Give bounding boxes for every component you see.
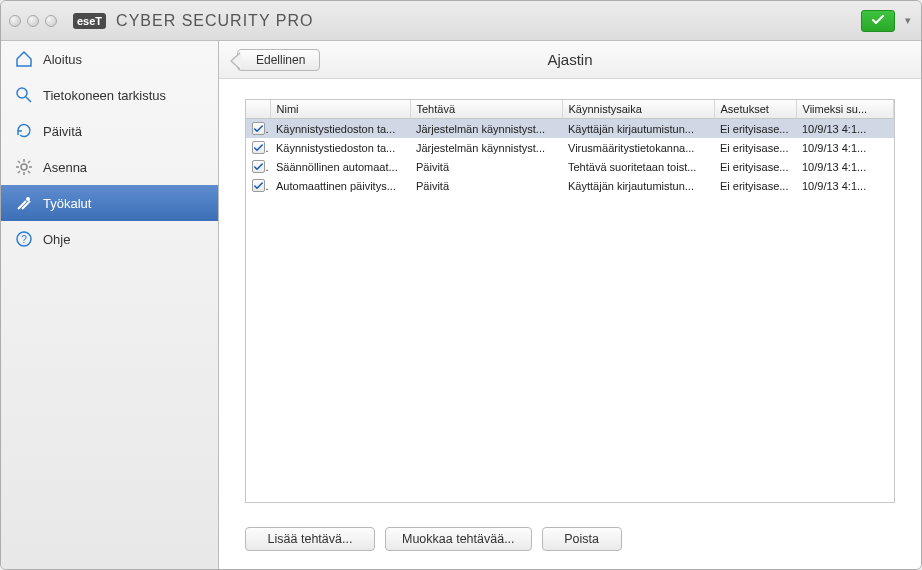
- cell-asetukset: Ei erityisase...: [714, 157, 796, 176]
- cell-kaynnistysaika: Käyttäjän kirjautumistun...: [562, 176, 714, 195]
- back-button[interactable]: Edellinen: [237, 49, 320, 71]
- table-row[interactable]: Käynnistystiedoston ta...Järjestelmän kä…: [246, 119, 894, 139]
- cell-viimeksi: 10/9/13 4:1...: [796, 176, 894, 195]
- add-task-button[interactable]: Lisää tehtävä...: [245, 527, 375, 551]
- chevron-down-icon: ▾: [905, 14, 911, 26]
- close-window-button[interactable]: [9, 15, 21, 27]
- brand: eseT CYBER SECURITY PRO: [73, 12, 313, 30]
- table-row[interactable]: Säännöllinen automaat...PäivitäTehtävä s…: [246, 157, 894, 176]
- svg-text:?: ?: [21, 234, 27, 245]
- row-checkbox[interactable]: [252, 141, 265, 154]
- cell-tehtava: Päivitä: [410, 157, 562, 176]
- cell-tehtava: Päivitä: [410, 176, 562, 195]
- cell-asetukset: Ei erityisase...: [714, 176, 796, 195]
- sidebar-item-label: Työkalut: [43, 196, 91, 211]
- cell-nimi: Käynnistystiedoston ta...: [270, 138, 410, 157]
- sidebar-item-help[interactable]: ? Ohje: [1, 221, 218, 257]
- scheduler-table: Nimi Tehtävä Käynnistysaika Asetukset Vi…: [245, 99, 895, 503]
- protection-status-badge[interactable]: [861, 10, 895, 32]
- gear-icon: [15, 158, 33, 176]
- cell-nimi: Automaattinen päivitys...: [270, 176, 410, 195]
- sidebar-item-label: Asenna: [43, 160, 87, 175]
- cell-nimi: Käynnistystiedoston ta...: [270, 119, 410, 139]
- table-row[interactable]: Käynnistystiedoston ta...Järjestelmän kä…: [246, 138, 894, 157]
- titlebar: eseT CYBER SECURITY PRO ▾: [1, 1, 921, 41]
- content-pane: Edellinen Ajastin Nimi Tehtävä Käynnisty…: [219, 41, 921, 569]
- cell-viimeksi: 10/9/13 4:1...: [796, 138, 894, 157]
- search-icon: [15, 86, 33, 104]
- footer-toolbar: Lisää tehtävä... Muokkaa tehtävää... Poi…: [219, 517, 921, 569]
- svg-point-0: [17, 88, 27, 98]
- cell-kaynnistysaika: Virusmääritystietokanna...: [562, 138, 714, 157]
- delete-task-button[interactable]: Poista: [542, 527, 622, 551]
- svg-line-9: [28, 161, 30, 163]
- svg-line-10: [18, 171, 20, 173]
- row-checkbox[interactable]: [252, 122, 265, 135]
- page-title: Ajastin: [219, 51, 921, 68]
- status-dropdown-button[interactable]: ▾: [903, 14, 913, 27]
- sidebar-item-scan[interactable]: Tietokoneen tarkistus: [1, 77, 218, 113]
- sidebar: Aloitus Tietokoneen tarkistus Päivitä As…: [1, 41, 219, 569]
- cell-tehtava: Järjestelmän käynnistyst...: [410, 119, 562, 139]
- cell-asetukset: Ei erityisase...: [714, 119, 796, 139]
- col-viimeksi[interactable]: Viimeksi su...: [796, 100, 894, 119]
- sidebar-item-tools[interactable]: Työkalut: [1, 185, 218, 221]
- svg-line-8: [28, 171, 30, 173]
- sidebar-item-label: Ohje: [43, 232, 70, 247]
- sidebar-item-setup[interactable]: Asenna: [1, 149, 218, 185]
- sidebar-item-label: Päivitä: [43, 124, 82, 139]
- cell-tehtava: Järjestelmän käynnistyst...: [410, 138, 562, 157]
- check-icon: [872, 15, 884, 27]
- row-checkbox[interactable]: [252, 179, 265, 192]
- sidebar-item-update[interactable]: Päivitä: [1, 113, 218, 149]
- window-controls: [9, 15, 57, 27]
- sidebar-item-label: Tietokoneen tarkistus: [43, 88, 166, 103]
- content-header: Edellinen Ajastin: [219, 41, 921, 79]
- brand-name: CYBER SECURITY PRO: [116, 12, 313, 30]
- refresh-icon: [15, 122, 33, 140]
- sidebar-item-home[interactable]: Aloitus: [1, 41, 218, 77]
- edit-task-button[interactable]: Muokkaa tehtävää...: [385, 527, 532, 551]
- row-checkbox[interactable]: [252, 160, 265, 173]
- col-checkbox[interactable]: [246, 100, 270, 119]
- table-header-row: Nimi Tehtävä Käynnistysaika Asetukset Vi…: [246, 100, 894, 119]
- sidebar-item-label: Aloitus: [43, 52, 82, 67]
- svg-line-7: [18, 161, 20, 163]
- cell-viimeksi: 10/9/13 4:1...: [796, 157, 894, 176]
- table-row[interactable]: Automaattinen päivitys...PäivitäKäyttäjä…: [246, 176, 894, 195]
- cell-viimeksi: 10/9/13 4:1...: [796, 119, 894, 139]
- col-kaynnistysaika[interactable]: Käynnistysaika: [562, 100, 714, 119]
- minimize-window-button[interactable]: [27, 15, 39, 27]
- col-asetukset[interactable]: Asetukset: [714, 100, 796, 119]
- zoom-window-button[interactable]: [45, 15, 57, 27]
- svg-point-13: [26, 197, 30, 201]
- cell-kaynnistysaika: Tehtävä suoritetaan toist...: [562, 157, 714, 176]
- cell-kaynnistysaika: Käyttäjän kirjautumistun...: [562, 119, 714, 139]
- col-tehtava[interactable]: Tehtävä: [410, 100, 562, 119]
- cell-nimi: Säännöllinen automaat...: [270, 157, 410, 176]
- svg-line-1: [26, 97, 31, 102]
- cell-asetukset: Ei erityisase...: [714, 138, 796, 157]
- home-icon: [15, 50, 33, 68]
- col-nimi[interactable]: Nimi: [270, 100, 410, 119]
- svg-point-2: [21, 164, 27, 170]
- brand-logo: eseT: [73, 13, 106, 29]
- tools-icon: [15, 194, 33, 212]
- help-icon: ?: [15, 230, 33, 248]
